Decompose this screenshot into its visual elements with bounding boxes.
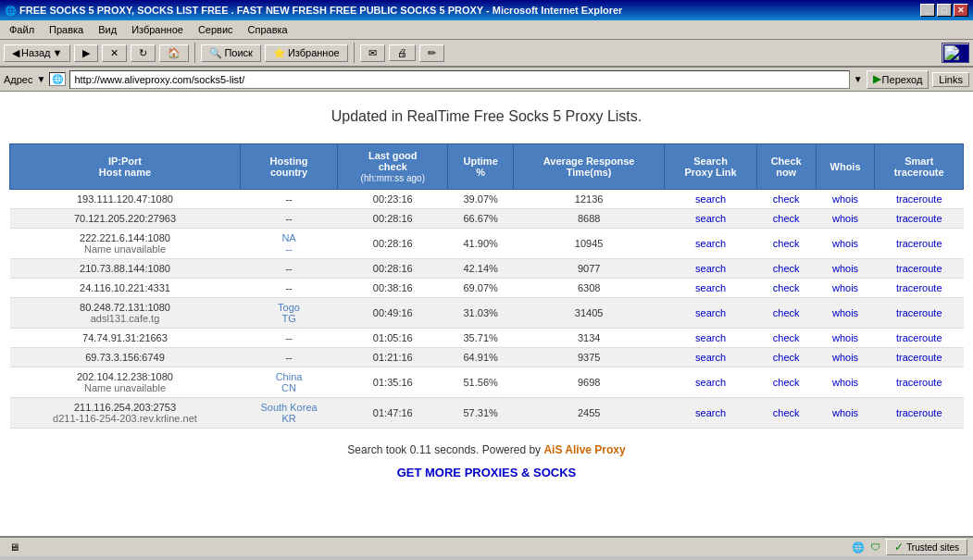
edit-button[interactable]: ✏ bbox=[419, 44, 444, 62]
check-cell[interactable]: check bbox=[756, 298, 816, 329]
forward-button[interactable]: ▶ bbox=[74, 44, 98, 62]
whois-cell[interactable]: whois bbox=[816, 209, 875, 229]
footer-text: Search took 0.11 seconds. Powered by AiS… bbox=[9, 443, 964, 456]
maximize-button[interactable]: □ bbox=[937, 4, 952, 17]
address-dropdown-icon[interactable]: ▼ bbox=[854, 74, 863, 84]
traceroute-cell[interactable]: traceroute bbox=[875, 279, 964, 298]
search-cell[interactable]: search bbox=[665, 348, 756, 367]
last-check-cell: 00:28:16 bbox=[338, 209, 448, 229]
col-avg-response: Average ResponseTime(ms) bbox=[513, 144, 665, 190]
whois-cell[interactable]: whois bbox=[816, 348, 875, 367]
last-check-cell: 00:38:16 bbox=[338, 279, 448, 298]
home-button[interactable]: 🏠 bbox=[159, 44, 189, 62]
check-cell[interactable]: check bbox=[756, 229, 816, 259]
search-cell[interactable]: search bbox=[665, 298, 756, 329]
search-cell[interactable]: search bbox=[665, 279, 756, 298]
check-cell[interactable]: check bbox=[756, 367, 816, 398]
traceroute-cell[interactable]: traceroute bbox=[875, 329, 964, 348]
menu-favorites[interactable]: Избранное bbox=[126, 22, 189, 37]
refresh-button[interactable]: ↻ bbox=[131, 44, 156, 62]
ip-port-cell: 70.121.205.220:27963 bbox=[10, 209, 241, 229]
uptime-cell: 31.03% bbox=[448, 298, 513, 329]
mail-button[interactable]: ✉ bbox=[360, 44, 385, 62]
menu-view[interactable]: Вид bbox=[93, 22, 122, 37]
traceroute-cell[interactable]: traceroute bbox=[875, 209, 964, 229]
search-button[interactable]: 🔍 Поиск bbox=[201, 44, 260, 62]
status-right: 🌐 🛡 ✓ Trusted sites bbox=[852, 539, 967, 555]
traceroute-cell[interactable]: traceroute bbox=[875, 229, 964, 259]
ip-port-cell: 193.111.120.47:1080 bbox=[10, 190, 241, 209]
table-row: 74.74.91.31:21663--01:05:1635.71%3134sea… bbox=[10, 329, 964, 348]
table-row: 193.111.120.47:1080--00:23:1639.07%12136… bbox=[10, 190, 964, 209]
whois-cell[interactable]: whois bbox=[816, 398, 875, 429]
check-cell[interactable]: check bbox=[756, 279, 816, 298]
country-cell: -- bbox=[240, 209, 337, 229]
check-cell[interactable]: check bbox=[756, 329, 816, 348]
minimize-button[interactable]: _ bbox=[920, 4, 935, 17]
print-button[interactable]: 🖨 bbox=[389, 44, 416, 61]
check-cell[interactable]: check bbox=[756, 209, 816, 229]
address-input[interactable] bbox=[69, 70, 849, 89]
whois-cell[interactable]: whois bbox=[816, 298, 875, 329]
table-row: 24.116.10.221:4331--00:38:1669.07%6308se… bbox=[10, 279, 964, 298]
avg-response-cell: 9077 bbox=[513, 259, 665, 279]
alive-proxy-link[interactable]: AiS Alive Proxy bbox=[543, 443, 625, 456]
dropdown-arrow-icon: ▼ bbox=[53, 47, 63, 58]
traceroute-cell[interactable]: traceroute bbox=[875, 259, 964, 279]
search-cell[interactable]: search bbox=[665, 229, 756, 259]
table-row: 69.73.3.156:6749--01:21:1664.91%9375sear… bbox=[10, 348, 964, 367]
search-cell[interactable]: search bbox=[665, 190, 756, 209]
search-cell[interactable]: search bbox=[665, 329, 756, 348]
go-arrow-icon: ▶ bbox=[873, 73, 880, 85]
check-cell[interactable]: check bbox=[756, 259, 816, 279]
ip-port-cell: 202.104.12.238:1080Name unavailable bbox=[10, 367, 241, 398]
check-cell[interactable]: check bbox=[756, 190, 816, 209]
search-cell[interactable]: search bbox=[665, 259, 756, 279]
menu-edit[interactable]: Правка bbox=[44, 22, 89, 37]
check-cell[interactable]: check bbox=[756, 398, 816, 429]
whois-cell[interactable]: whois bbox=[816, 229, 875, 259]
uptime-cell: 35.71% bbox=[448, 329, 513, 348]
search-cell[interactable]: search bbox=[665, 367, 756, 398]
whois-cell[interactable]: whois bbox=[816, 329, 875, 348]
whois-cell[interactable]: whois bbox=[816, 367, 875, 398]
menu-tools[interactable]: Сервис bbox=[193, 22, 239, 37]
whois-cell[interactable]: whois bbox=[816, 279, 875, 298]
avg-response-cell: 31405 bbox=[513, 298, 665, 329]
menu-file[interactable]: Файл bbox=[4, 22, 40, 37]
links-button[interactable]: Links bbox=[932, 72, 969, 87]
traceroute-cell[interactable]: traceroute bbox=[875, 348, 964, 367]
back-button[interactable]: ◀ Назад ▼ bbox=[4, 44, 70, 62]
menu-bar: Файл Правка Вид Избранное Сервис Справка bbox=[0, 20, 973, 40]
check-cell[interactable]: check bbox=[756, 348, 816, 367]
whois-cell[interactable]: whois bbox=[816, 259, 875, 279]
go-button[interactable]: ▶ Переход bbox=[867, 70, 929, 89]
uptime-cell: 57.31% bbox=[448, 398, 513, 429]
dropdown-arrow-icon[interactable]: ▼ bbox=[37, 74, 46, 84]
search-cell[interactable]: search bbox=[665, 209, 756, 229]
menu-help[interactable]: Справка bbox=[243, 22, 293, 37]
whois-cell[interactable]: whois bbox=[816, 190, 875, 209]
window-controls[interactable]: _ □ ✕ bbox=[920, 4, 968, 17]
avg-response-cell: 8688 bbox=[513, 209, 665, 229]
avg-response-cell: 9698 bbox=[513, 367, 665, 398]
traceroute-cell[interactable]: traceroute bbox=[875, 398, 964, 429]
ip-port-cell: 74.74.91.31:21663 bbox=[10, 329, 241, 348]
avg-response-cell: 6308 bbox=[513, 279, 665, 298]
country-cell: South KoreaKR bbox=[240, 398, 337, 429]
last-check-cell: 01:05:16 bbox=[338, 329, 448, 348]
traceroute-cell[interactable]: traceroute bbox=[875, 190, 964, 209]
ie-icon: 🌐 bbox=[5, 6, 16, 16]
search-cell[interactable]: search bbox=[665, 398, 756, 429]
country-cell: TogoTG bbox=[240, 298, 337, 329]
traceroute-cell[interactable]: traceroute bbox=[875, 298, 964, 329]
stop-button[interactable]: ✕ bbox=[102, 44, 127, 62]
traceroute-cell[interactable]: traceroute bbox=[875, 367, 964, 398]
last-check-cell: 00:49:16 bbox=[338, 298, 448, 329]
close-button[interactable]: ✕ bbox=[954, 4, 968, 17]
get-more-proxies-link[interactable]: GET MORE PROXIES & SOCKS bbox=[9, 466, 964, 479]
favorites-button[interactable]: ⭐ Избранное bbox=[265, 44, 348, 62]
col-whois: Whois bbox=[816, 144, 875, 190]
table-row: 211.116.254.203:2753d211-116-254-203.rev… bbox=[10, 398, 964, 429]
ip-port-cell: 80.248.72.131:1080adsl131.cafe.tg bbox=[10, 298, 241, 329]
